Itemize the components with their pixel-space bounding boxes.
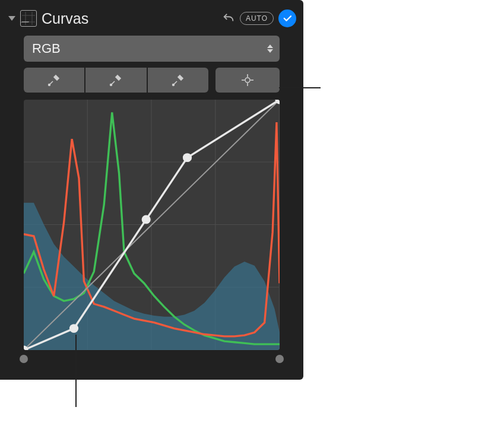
svg-point-1 — [110, 84, 112, 86]
black-range-handle[interactable] — [20, 355, 28, 363]
eyedropper-black-button[interactable] — [24, 68, 84, 93]
histogram-svg — [24, 100, 280, 350]
curve-point[interactable] — [69, 324, 78, 333]
channel-select[interactable]: RGB — [24, 36, 280, 62]
disclosure-triangle-icon[interactable] — [8, 16, 15, 21]
eyedropper-gray-button[interactable] — [85, 68, 146, 93]
white-range-handle[interactable] — [275, 355, 284, 363]
section-title: Curvas — [42, 10, 217, 27]
svg-point-0 — [49, 84, 50, 86]
curve-point[interactable] — [183, 153, 192, 162]
eyedropper-white-button[interactable] — [148, 68, 208, 93]
eyedropper-group — [24, 68, 208, 93]
curves-graph[interactable] — [24, 100, 280, 350]
svg-point-2 — [172, 84, 174, 86]
auto-button[interactable]: AUTO — [240, 12, 274, 25]
svg-point-3 — [245, 78, 250, 82]
curves-header: Curvas AUTO — [0, 6, 303, 31]
tool-row — [24, 68, 280, 93]
add-point-button[interactable] — [215, 68, 280, 93]
curves-panel: Curvas AUTO RGB — [0, 0, 303, 380]
chevron-up-icon — [267, 44, 273, 48]
curves-body: RGB — [0, 31, 303, 350]
curve-point[interactable] — [142, 215, 151, 224]
callout-line — [279, 87, 321, 88]
chevron-down-icon — [267, 49, 273, 53]
undo-icon[interactable] — [222, 12, 235, 25]
stepper-icon — [264, 44, 276, 53]
curves-icon — [20, 10, 37, 27]
callout-line — [75, 335, 77, 407]
enable-toggle[interactable] — [278, 9, 296, 27]
channel-select-value: RGB — [32, 41, 264, 56]
